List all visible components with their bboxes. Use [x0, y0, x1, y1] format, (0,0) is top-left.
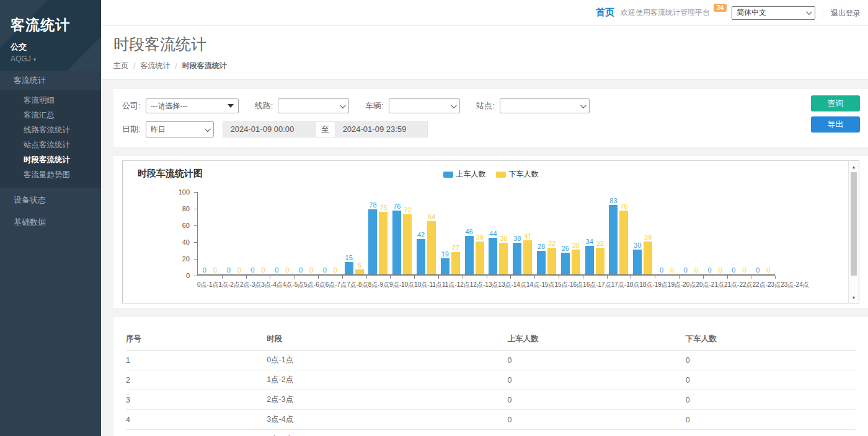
bar-alighting[interactable]	[427, 221, 436, 274]
caret-down-icon	[228, 104, 234, 108]
chart-title: 时段车流统计图	[138, 168, 203, 180]
bar-alighting[interactable]	[547, 248, 556, 274]
legend-item-boarding[interactable]: 上车人数	[443, 169, 486, 180]
bar-value-alighting: 0	[694, 266, 698, 274]
y-axis: 020406080100	[135, 192, 197, 277]
table-header-cell-0: 序号	[126, 328, 267, 351]
table-cell: 0	[686, 370, 856, 390]
bar-column-alighting: 6	[355, 261, 364, 274]
bar-boarding[interactable]	[561, 253, 570, 274]
bar-column-alighting: 0	[259, 266, 267, 274]
bar-group-4: 00	[294, 192, 318, 274]
bar-boarding[interactable]	[537, 251, 546, 274]
table-cell: 0	[508, 430, 686, 436]
bar-column-alighting: 0	[283, 266, 291, 274]
chevron-down-icon	[340, 102, 346, 108]
export-button[interactable]: 导出	[811, 116, 860, 133]
bar-group-16: 3432	[583, 192, 607, 274]
x-axis-label-10: 10点-11点	[414, 281, 442, 289]
bar-value-boarding: 19	[441, 250, 449, 258]
language-select[interactable]: 简体中文	[732, 6, 815, 20]
topbar: 首页 欢迎使用客流统计管理平台 34 简体中文 退出登录	[101, 0, 868, 26]
bar-alighting[interactable]	[644, 242, 652, 274]
company-select-value: ---请选择---	[151, 101, 188, 111]
bar-alighting[interactable]	[572, 250, 580, 275]
bar-column-boarding: 0	[200, 266, 209, 274]
bar-boarding[interactable]	[489, 238, 497, 274]
bar-alighting[interactable]	[403, 214, 412, 274]
bar-boarding[interactable]	[465, 236, 474, 274]
bar-group-18: 3039	[631, 192, 655, 274]
breadcrumb-item-1[interactable]: 客流统计	[140, 61, 170, 71]
date-from-input[interactable]: 2024-01-09 00:00	[223, 121, 316, 137]
bar-alighting[interactable]	[476, 242, 484, 274]
bar-column-boarding: 0	[296, 266, 305, 274]
page-heading: 时段客流统计 主页/客流统计/时段客流统计	[101, 26, 868, 80]
bar-boarding[interactable]	[392, 211, 401, 274]
notification-badge[interactable]: 34	[714, 4, 727, 12]
bar-boarding[interactable]	[368, 209, 377, 274]
bar-boarding[interactable]	[609, 205, 618, 274]
bar-group-13: 3841	[510, 192, 534, 274]
scrollbar-thumb[interactable]	[851, 172, 857, 276]
legend-item-alighting[interactable]: 下车人数	[496, 169, 539, 180]
bar-value-boarding: 0	[275, 266, 278, 274]
bar-boarding[interactable]	[633, 250, 642, 275]
bar-alighting[interactable]	[355, 269, 364, 274]
bar-boarding[interactable]	[345, 262, 353, 274]
sidebar-item-period-passenger-stats[interactable]: 时段客流统计	[0, 152, 101, 167]
bar-boarding[interactable]	[585, 246, 594, 274]
table-cell: 0	[686, 430, 856, 436]
sidebar-org-name: 公交	[11, 41, 91, 53]
breadcrumb-item-0[interactable]: 主页	[113, 61, 128, 71]
bar-column-boarding: 34	[585, 238, 594, 274]
date-to-input[interactable]: 2024-01-09 23:59	[335, 121, 428, 137]
bar-alighting[interactable]	[451, 252, 460, 274]
filter-row-2: 日期: 昨日 2024-01-09 00:00 至 2024-01-09 23:…	[122, 121, 859, 137]
sidebar-org-selector[interactable]: AQGJ▾	[11, 54, 91, 63]
scrollbar-up-arrow-icon[interactable]: ▲	[849, 162, 859, 172]
bar-alighting[interactable]	[596, 248, 604, 274]
chart-container: 时段车流统计图 上车人数下车人数 020406080100 0000000000…	[122, 160, 859, 303]
sidebar-item-station-passenger-stats[interactable]: 站点客流统计	[0, 137, 101, 152]
x-axis-label-11: 11点-12点	[442, 281, 470, 289]
home-link[interactable]: 首页	[596, 7, 614, 19]
chart-scrollbar[interactable]: ▲ ▼	[848, 161, 859, 303]
sidebar-item-base-data[interactable]: 基础数据	[0, 212, 101, 232]
chevron-down-icon: ▾	[33, 56, 37, 63]
sidebar-item-device-status[interactable]: 设备状态	[0, 190, 101, 210]
bar-boarding[interactable]	[513, 243, 521, 274]
station-select[interactable]	[500, 98, 590, 113]
bar-alighting[interactable]	[523, 240, 532, 274]
date-preset-select[interactable]: 昨日	[146, 121, 214, 137]
bar-column-boarding: 38	[513, 235, 521, 274]
bar-alighting[interactable]	[499, 243, 508, 274]
bar-value-alighting: 32	[596, 240, 604, 247]
table-header-cell-2: 上车人数	[508, 328, 686, 351]
sidebar-item-passenger-summary[interactable]: 客流汇总	[0, 108, 101, 123]
search-button[interactable]: 查询	[811, 95, 860, 111]
vehicle-select[interactable]	[389, 98, 460, 113]
company-label: 公司:	[122, 100, 141, 111]
scrollbar-down-arrow-icon[interactable]: ▼	[849, 292, 859, 302]
line-select[interactable]	[278, 98, 349, 113]
bar-column-alighting: 32	[547, 240, 556, 274]
bar-column-boarding: 0	[657, 266, 666, 274]
bar-column-boarding: 46	[465, 228, 474, 274]
bar-boarding[interactable]	[441, 258, 450, 274]
logout-link[interactable]: 退出登录	[823, 7, 861, 19]
bar-column-boarding: 28	[537, 243, 546, 274]
bar-column-alighting: 38	[499, 235, 508, 274]
bar-column-alighting: 0	[235, 266, 244, 274]
bar-value-boarding: 0	[250, 266, 254, 274]
sidebar-item-passenger-trend-chart[interactable]: 客流量趋势图	[0, 167, 101, 182]
bar-alighting[interactable]	[619, 211, 628, 274]
bar-alighting[interactable]	[379, 212, 388, 274]
x-axis-label-4: 4点-5点	[283, 281, 304, 289]
sidebar-item-passenger-detail[interactable]: 客流明细	[0, 93, 101, 108]
sidebar-item-passenger-stats[interactable]: 客流统计	[0, 71, 101, 90]
sidebar-item-line-passenger-stats[interactable]: 线路客流统计	[0, 123, 101, 137]
content-area: 公司: ---请选择--- 线路: 车辆: 站点:	[101, 80, 868, 436]
bar-boarding[interactable]	[417, 239, 425, 274]
company-select[interactable]: ---请选择---	[146, 98, 239, 113]
